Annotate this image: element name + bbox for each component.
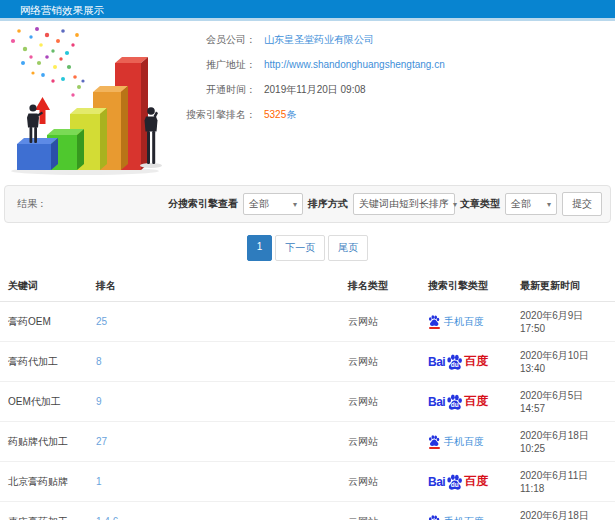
table-row: 药贴牌代加工 27 云网站 手机百度 Bai (0, 422, 615, 462)
submit-button[interactable]: 提交 (562, 192, 602, 216)
baidu-logo-du: du (451, 481, 459, 488)
page-1-button[interactable]: 1 (247, 235, 273, 261)
keyword-cell: 膏药代加工 (0, 342, 88, 382)
last-page-button[interactable]: 尾页 (328, 235, 368, 261)
rank-type-cell: 云网站 (340, 502, 420, 520)
confetti (11, 27, 85, 97)
result-label: 结果： (17, 197, 47, 211)
engine-type-cell: 手机百度 Bai du 百度 (420, 462, 512, 502)
rank-count-number: 5325 (264, 109, 286, 120)
keyword-cell: 膏药OEM (0, 302, 88, 342)
type-filter-label: 文章类型 (460, 197, 500, 211)
rank-cell[interactable]: 1 (88, 462, 340, 502)
header-keyword: 关键词 (0, 270, 88, 302)
pagination: 1 下一页 尾页 (0, 235, 615, 261)
rank-type-cell: 云网站 (340, 342, 420, 382)
update-time-cell: 2020年6月18日 10:19 (512, 502, 615, 520)
keyword-cell: 药贴牌代加工 (0, 422, 88, 462)
header-update-time: 最新更新时间 (512, 270, 615, 302)
rank-cell[interactable]: 9 (88, 382, 340, 422)
engine-type-cell: 手机百度 Bai du 百度 (420, 342, 512, 382)
open-time-label: 开通时间： (178, 83, 256, 97)
rank-type-cell: 云网站 (340, 462, 420, 502)
rank-type-cell: 云网站 (340, 382, 420, 422)
baidu-logo-du: du (451, 401, 459, 408)
table-row: 膏药代加工 8 云网站 手机百度 Bai (0, 342, 615, 382)
info-row-rank-count: 搜索引擎排名： 5325条 (178, 102, 445, 127)
mobile-baidu-badge: 手机百度 (428, 315, 484, 329)
sort-filter-label: 排序方式 (308, 197, 348, 211)
baidu-logo: Bai du 百度 (428, 393, 488, 410)
rank-cell[interactable]: 1,4,6 (88, 502, 340, 520)
article-type-select-value: 全部 (511, 197, 531, 211)
table-row: OEM代加工 9 云网站 手机百度 Bai (0, 382, 615, 422)
baidu-logo: Bai du 百度 (428, 473, 488, 490)
table-row: 膏药OEM 25 云网站 手机百度 Bai (0, 302, 615, 342)
info-row-company: 会员公司： 山东皇圣堂药业有限公司 (178, 27, 445, 52)
engine-select-value: 全部 (249, 197, 269, 211)
baidu-paw-icon: du (446, 474, 463, 490)
keyword-cell: OEM代加工 (0, 382, 88, 422)
keyword-cell: 枣庄膏药加工 (0, 502, 88, 520)
baidu-logo-cn: 百度 (464, 393, 488, 410)
results-table: 关键词 排名 排名类型 搜索引擎类型 最新更新时间 膏药OEM 25 云网站 (0, 270, 615, 520)
engine-type-cell: 手机百度 Bai du 百度 (420, 382, 512, 422)
baidu-logo-cn: 百度 (464, 473, 488, 490)
rank-cell[interactable]: 8 (88, 342, 340, 382)
title-bar: 网络营销效果展示 (0, 0, 615, 21)
rank-count-value: 5325条 (264, 108, 296, 122)
baidu-logo-bai: Bai (428, 475, 445, 489)
sort-select-value: 关键词由短到长排序 (359, 197, 449, 211)
baidu-logo-cn: 百度 (464, 353, 488, 370)
company-label: 会员公司： (178, 33, 256, 47)
page-title: 网络营销效果展示 (20, 4, 104, 16)
baidu-paw-icon (428, 435, 440, 449)
mobile-baidu-label: 手机百度 (444, 435, 484, 449)
table-header-row: 关键词 排名 排名类型 搜索引擎类型 最新更新时间 (0, 270, 615, 302)
update-time-cell: 2020年6月11日 11:18 (512, 462, 615, 502)
article-type-select[interactable]: 全部 ▾ (505, 193, 557, 215)
chevron-down-icon: ▾ (453, 200, 457, 209)
promo-url-link[interactable]: http://www.shandonghuangshengtang.cn (264, 59, 445, 70)
page: 网络营销效果展示 (0, 0, 615, 520)
header-rank-type: 排名类型 (340, 270, 420, 302)
next-page-button[interactable]: 下一页 (275, 235, 325, 261)
mobile-baidu-badge: 手机百度 (428, 515, 484, 520)
filter-bar: 结果： 分搜索引擎查看 全部 ▾ 排序方式 关键词由短到长排序 ▾ 文章类型 全… (4, 185, 611, 223)
engine-select[interactable]: 全部 ▾ (243, 193, 303, 215)
info-section: 会员公司： 山东皇圣堂药业有限公司 推广地址： http://www.shand… (0, 21, 615, 181)
baidu-logo: Bai du 百度 (428, 353, 488, 370)
baidu-logo-du: du (451, 361, 459, 368)
mobile-baidu-badge: 手机百度 (428, 435, 484, 449)
engine-type-cell: 手机百度 Bai du 百度 (420, 422, 512, 462)
bar-chart-illustration (3, 23, 178, 177)
baidu-paw-icon: du (446, 394, 463, 410)
baidu-logo-bai: Bai (428, 355, 445, 369)
open-time-value: 2019年11月20日 09:08 (264, 83, 366, 97)
phone-base-bar (429, 447, 440, 449)
info-rows: 会员公司： 山东皇圣堂药业有限公司 推广地址： http://www.shand… (178, 27, 445, 127)
engine-type-cell: 手机百度 Bai du 百度 (420, 502, 512, 520)
mobile-baidu-label: 手机百度 (444, 315, 484, 329)
mobile-baidu-label: 手机百度 (444, 515, 484, 520)
blue-bar (17, 138, 58, 170)
info-row-url: 推广地址： http://www.shandonghuangshengtang.… (178, 52, 445, 77)
baidu-logo-bai: Bai (428, 395, 445, 409)
update-time-cell: 2020年6月18日 10:25 (512, 422, 615, 462)
keyword-cell: 北京膏药贴牌 (0, 462, 88, 502)
rank-count-label: 搜索引擎排名： (178, 108, 256, 122)
baidu-paw-icon (428, 515, 440, 520)
chevron-down-icon: ▾ (293, 200, 297, 209)
promo-url-label: 推广地址： (178, 58, 256, 72)
rank-type-cell: 云网站 (340, 302, 420, 342)
info-row-open-time: 开通时间： 2019年11月20日 09:08 (178, 77, 445, 102)
update-time-cell: 2020年6月5日 14:57 (512, 382, 615, 422)
chevron-down-icon: ▾ (547, 200, 551, 209)
rank-cell[interactable]: 27 (88, 422, 340, 462)
company-link[interactable]: 山东皇圣堂药业有限公司 (264, 33, 374, 47)
sort-select[interactable]: 关键词由短到长排序 ▾ (353, 193, 455, 215)
baidu-paw-icon (428, 315, 440, 329)
update-time-cell: 2020年6月9日 17:50 (512, 302, 615, 342)
header-rank: 排名 (88, 270, 340, 302)
rank-cell[interactable]: 25 (88, 302, 340, 342)
